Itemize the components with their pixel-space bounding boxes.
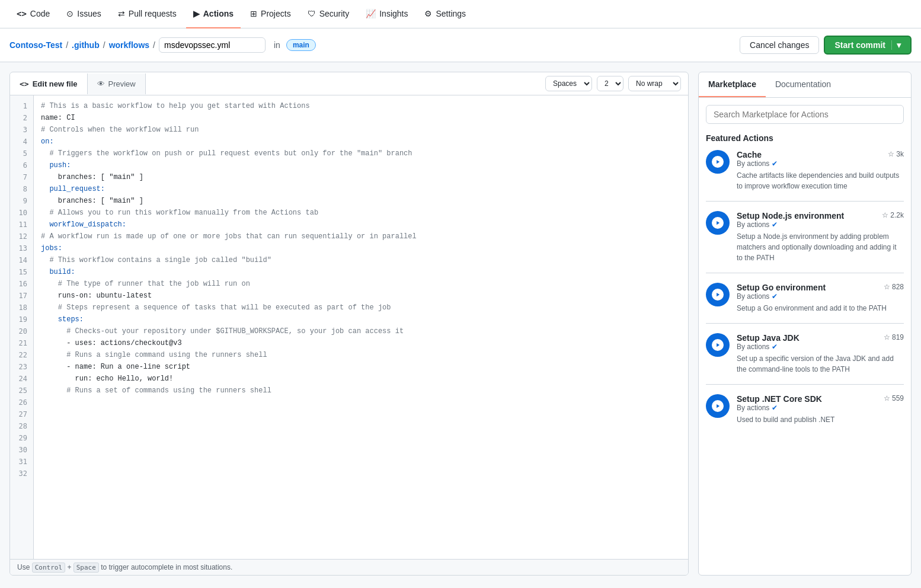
line-number: 24 — [10, 373, 33, 385]
action-header-setup-java: Setup Java JDK☆ 819 — [737, 333, 904, 343]
line-numbers: 1234567891011121314151617181920212223242… — [10, 95, 34, 559]
tab-edit-new-file[interactable]: <> Edit new file — [10, 74, 88, 94]
action-header-cache: Cache☆ 3k — [737, 150, 904, 159]
line-number: 29 — [10, 432, 33, 444]
code-line: # The type of runner that the job will r… — [41, 278, 681, 290]
tab-preview-label: Preview — [108, 79, 136, 88]
nav-item-projects[interactable]: ⊞ Projects — [243, 0, 298, 28]
code-area[interactable]: # This is a basic workflow to help you g… — [34, 95, 688, 559]
action-item[interactable]: Setup Java JDK☆ 819By actions ✔Set up a … — [706, 333, 904, 385]
line-number: 8 — [10, 183, 33, 195]
tab-documentation[interactable]: Documentation — [766, 72, 840, 97]
line-number: 16 — [10, 278, 33, 290]
nav-items: <> Code ⊙ Issues ⇄ Pull requests ▶ Actio… — [9, 0, 473, 28]
start-commit-label: Start commit — [834, 40, 885, 50]
action-icon-setup-dotnet — [706, 394, 730, 418]
line-number: 31 — [10, 456, 33, 468]
line-number: 5 — [10, 148, 33, 159]
action-by-setup-dotnet: By actions ✔ — [737, 404, 904, 412]
code-line: push: — [41, 159, 681, 171]
code-line: runs-on: ubuntu-latest — [41, 290, 681, 302]
nav-item-security[interactable]: 🛡 Security — [300, 0, 357, 28]
action-name-setup-nodejs: Setup Node.js environment — [737, 211, 844, 220]
breadcrumb-sep-2: / — [103, 40, 105, 50]
action-desc-setup-java: Set up a specific version of the Java JD… — [737, 353, 904, 375]
issues-icon: ⊙ — [66, 9, 73, 18]
breadcrumb: Contoso-Test / .github / workflows / in … — [9, 37, 316, 53]
actions-icon: ▶ — [193, 9, 200, 18]
nav-label-projects: Projects — [261, 9, 291, 18]
sidebar-panel: Marketplace Documentation Featured Actio… — [698, 72, 912, 576]
nav-item-pullrequests[interactable]: ⇄ Pull requests — [111, 0, 184, 28]
spaces-select[interactable]: Spaces Tabs — [545, 76, 592, 91]
wrap-select[interactable]: No wrap Soft wrap — [628, 76, 681, 91]
action-stars-setup-nodejs: ☆ 2.2k — [882, 211, 904, 219]
verified-badge: ✔ — [772, 159, 778, 168]
nav-label-issues: Issues — [77, 9, 101, 18]
tab-marketplace[interactable]: Marketplace — [699, 72, 766, 97]
action-item[interactable]: Setup .NET Core SDK☆ 559By actions ✔Used… — [706, 394, 904, 434]
branch-badge: main — [286, 39, 316, 51]
action-by-setup-go: By actions ✔ — [737, 292, 904, 301]
code-line: # Triggers the workflow on push or pull … — [41, 148, 681, 159]
action-item[interactable]: Setup Go environment☆ 828By actions ✔Set… — [706, 283, 904, 324]
marketplace-search-input[interactable] — [706, 105, 904, 124]
nav-item-code[interactable]: <> Code — [9, 0, 57, 28]
edit-icon: <> — [20, 79, 29, 88]
action-icon-setup-go — [706, 283, 730, 306]
code-line: pull_request: — [41, 183, 681, 195]
code-line: # Checks-out your repository under $GITH… — [41, 325, 681, 337]
code-line: branches: [ "main" ] — [41, 195, 681, 207]
breadcrumb-repo[interactable]: Contoso-Test — [9, 40, 62, 50]
cancel-changes-button[interactable]: Cancel changes — [740, 36, 819, 54]
nav-label-settings: Settings — [436, 9, 466, 18]
insights-icon: 📈 — [366, 9, 376, 18]
nav-item-insights[interactable]: 📈 Insights — [359, 0, 415, 28]
nav-item-issues[interactable]: ⊙ Issues — [59, 0, 108, 28]
nav-label-actions: Actions — [203, 9, 234, 18]
code-line: # This workflow contains a single job ca… — [41, 254, 681, 266]
code-line: - name: Run a one-line script — [41, 361, 681, 373]
code-line: # Runs a set of commands using the runne… — [41, 385, 681, 397]
verified-badge: ✔ — [772, 292, 778, 301]
verified-badge: ✔ — [772, 220, 778, 229]
filename-input[interactable] — [159, 37, 266, 53]
top-navigation: <> Code ⊙ Issues ⇄ Pull requests ▶ Actio… — [0, 0, 921, 28]
featured-actions-title: Featured Actions — [706, 133, 904, 143]
line-number: 9 — [10, 195, 33, 207]
breadcrumb-workflows[interactable]: workflows — [109, 40, 149, 50]
code-line: jobs: — [41, 242, 681, 254]
star-icon: ☆ — [884, 333, 890, 341]
action-header-setup-go: Setup Go environment☆ 828 — [737, 283, 904, 292]
action-by-setup-java: By actions ✔ — [737, 343, 904, 351]
star-icon: ☆ — [882, 211, 888, 219]
action-name-setup-go: Setup Go environment — [737, 283, 826, 292]
action-item[interactable]: Setup Node.js environment☆ 2.2kBy action… — [706, 211, 904, 273]
line-number: 25 — [10, 385, 33, 397]
indent-select[interactable]: 2 4 — [597, 76, 623, 91]
pull-request-icon: ⇄ — [118, 9, 125, 18]
code-line: # A workflow run is made up of one or mo… — [41, 231, 681, 242]
line-number: 1 — [10, 100, 33, 112]
code-line: # Steps represent a sequence of tasks th… — [41, 302, 681, 314]
tab-edit-label: Edit new file — [33, 79, 78, 88]
action-header-setup-nodejs: Setup Node.js environment☆ 2.2k — [737, 211, 904, 220]
action-item[interactable]: Cache☆ 3kBy actions ✔Cache artifacts lik… — [706, 150, 904, 202]
breadcrumb-github[interactable]: .github — [72, 40, 100, 50]
editor-footer: Use Control + Space to trigger autocompl… — [10, 559, 688, 575]
nav-item-actions[interactable]: ▶ Actions — [186, 0, 241, 28]
commit-dropdown-arrow[interactable]: ▾ — [891, 40, 901, 50]
line-number: 18 — [10, 302, 33, 314]
breadcrumb-sep-1: / — [66, 40, 68, 50]
action-content-setup-java: Setup Java JDK☆ 819By actions ✔Set up a … — [737, 333, 904, 375]
start-commit-button[interactable]: Start commit ▾ — [824, 36, 912, 55]
line-number: 15 — [10, 266, 33, 278]
nav-label-pullrequests: Pull requests — [129, 9, 177, 18]
line-number: 23 — [10, 361, 33, 373]
line-number: 14 — [10, 254, 33, 266]
tab-preview[interactable]: 👁 Preview — [88, 74, 146, 94]
star-icon: ☆ — [884, 394, 890, 402]
nav-item-settings[interactable]: ⚙ Settings — [417, 0, 473, 28]
editor-toolbar: <> Edit new file 👁 Preview Spaces Tabs 2… — [10, 72, 688, 95]
code-line: on: — [41, 136, 681, 148]
